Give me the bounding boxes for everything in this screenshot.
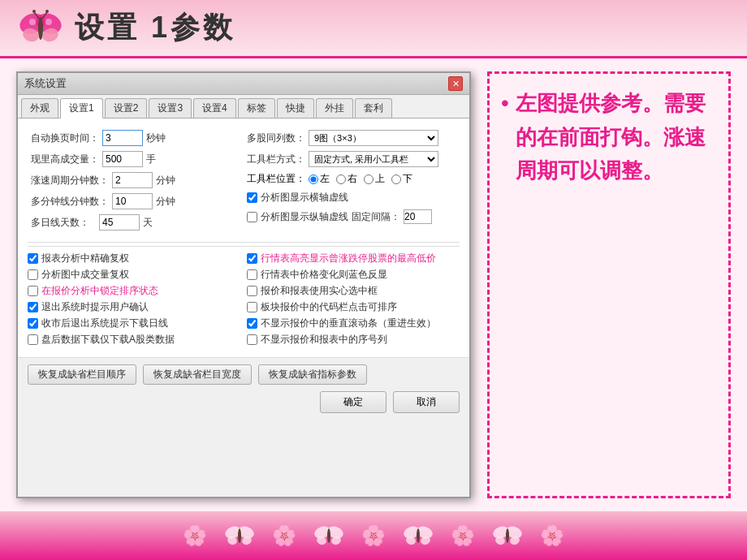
fixed-interval-group: 固定间隔： <box>352 209 432 224</box>
svg-point-4 <box>38 17 43 40</box>
toolbar-pos-right[interactable]: 右 <box>336 172 357 186</box>
multi-min-unit: 分钟 <box>156 195 175 209</box>
board-sort-checkbox[interactable] <box>247 302 257 312</box>
checkboxes-section: 报表分析中精确复权 分析图中成交量复权 在报价分析中锁定排序状态 退出系统时提示… <box>28 246 460 349</box>
svg-point-8 <box>45 10 49 13</box>
dialog-body: 自动换页时间： 秒钟 现里高成交量： 手 涨速周期分钟数： 分钟 <box>18 118 469 357</box>
footer-flower-1: 🌸 <box>183 524 207 547</box>
multi-stock-row: 多股同列数： 9图（3×3） 4图（2×2） 16图（4×4） <box>247 130 456 146</box>
v-axis-checkbox-label[interactable]: 分析图显示纵轴虚线 <box>247 210 348 224</box>
toolbar-pos-down[interactable]: 下 <box>391 172 412 186</box>
toolbar-mode-label: 工具栏方式： <box>247 153 305 166</box>
footer-butterfly-2 <box>313 521 345 550</box>
solid-select-checkbox[interactable] <box>247 286 257 296</box>
footer-butterfly-3 <box>402 521 434 550</box>
footer-decoration: 🌸 🌸 🌸 🌸 <box>183 521 564 550</box>
multi-stock-label: 多股同列数： <box>247 131 305 145</box>
checkbox-solid-select: 报价和报表使用实心选中框 <box>247 284 460 298</box>
toolbar-pos-radio-group: 左 右 上 下 <box>309 172 412 186</box>
toolbar-mode-row: 工具栏方式： 固定方式, 采用小工具栏 浮动方式, 采用大工具栏 <box>247 151 456 167</box>
svg-point-10 <box>45 19 52 25</box>
restore-column-order-button[interactable]: 恢复成缺省栏目顺序 <box>28 364 136 385</box>
multi-min-row: 多分钟线分钟数： 分钟 <box>31 193 240 209</box>
no-vscroll-checkbox[interactable] <box>247 318 257 329</box>
toolbar-pos-row: 工具栏位置： 左 右 上 下 <box>247 172 456 186</box>
tab-shortcut[interactable]: 快捷 <box>277 98 314 118</box>
auto-switch-input[interactable] <box>102 130 143 146</box>
toolbar-mode-select[interactable]: 固定方式, 采用小工具栏 浮动方式, 采用大工具栏 <box>309 151 438 167</box>
auto-switch-label: 自动换页时间： <box>31 131 99 145</box>
dialog-close-button[interactable]: ✕ <box>448 76 463 91</box>
main-content: 系统设置 ✕ 外观 设置1 设置2 设置3 设置4 标签 快捷 外挂 套利 自动… <box>0 58 747 511</box>
multi-day-input[interactable] <box>99 214 140 230</box>
checkbox-blue-price-change: 行情表中价格变化则蓝色反显 <box>247 268 460 282</box>
footer-flower-4: 🌸 <box>451 524 475 547</box>
tab-appearance[interactable]: 外观 <box>21 98 58 118</box>
footer-flower-2: 🌸 <box>272 524 296 547</box>
v-axis-checkbox[interactable] <box>247 212 257 222</box>
svg-point-20 <box>327 528 330 543</box>
checkbox-no-seqnum: 不显示报价和报表中的序号列 <box>247 333 460 347</box>
cancel-button[interactable]: 取消 <box>393 391 460 413</box>
blue-price-checkbox[interactable] <box>247 269 257 280</box>
annotation-text: 左图提供参考。需要的在前面打钩。涨速周期可以调整。 <box>516 87 717 188</box>
footer-butterfly-4 <box>491 521 524 550</box>
right-checkboxes: 行情表高亮显示曾涨跌停股票的最高低价 行情表中价格变化则蓝色反显 报价和报表使用… <box>247 252 460 349</box>
tab-bar: 外观 设置1 设置2 设置3 设置4 标签 快捷 外挂 套利 <box>18 95 469 118</box>
h-axis-row: 分析图显示横轴虚线 <box>247 191 456 205</box>
left-checkboxes: 报表分析中精确复权 分析图中成交量复权 在报价分析中锁定排序状态 退出系统时提示… <box>28 252 240 349</box>
checkbox-board-sort: 板块报价中的代码栏点击可排序 <box>247 300 460 314</box>
tab-settings4[interactable]: 设置4 <box>193 98 236 118</box>
exit-confirm-checkbox[interactable] <box>28 302 38 312</box>
page-title: 设置 1参数 <box>75 8 235 48</box>
butterfly-logo <box>16 6 65 51</box>
multi-day-unit: 天 <box>143 216 153 230</box>
restore-buttons: 恢复成缺省栏目顺序 恢复成缺省栏目宽度 恢复成缺省指标参数 <box>28 364 460 385</box>
multi-min-input[interactable] <box>112 193 153 209</box>
svg-point-9 <box>29 19 36 25</box>
confirm-button[interactable]: 确定 <box>320 391 386 413</box>
toolbar-pos-up[interactable]: 上 <box>364 172 385 186</box>
highlight-limit-checkbox[interactable] <box>247 253 257 264</box>
restore-column-width-button[interactable]: 恢复成缺省栏目宽度 <box>143 364 252 385</box>
tab-settings1[interactable]: 设置1 <box>60 98 103 118</box>
recent-high-row: 现里高成交量： 手 <box>31 151 240 167</box>
no-seqnum-checkbox[interactable] <box>247 334 257 345</box>
toolbar-pos-label: 工具栏位置： <box>247 172 305 186</box>
bullet-dot: • <box>501 87 509 188</box>
after-market-checkbox[interactable] <box>28 334 38 345</box>
checkbox-chart-rights: 分析图中成交量复权 <box>28 268 240 282</box>
checkbox-precise-rights: 报表分析中精确复权 <box>28 252 240 265</box>
dialog-title: 系统设置 <box>24 76 67 91</box>
v-axis-row: 分析图显示纵轴虚线 固定间隔： <box>247 209 456 224</box>
tab-plugin[interactable]: 外挂 <box>316 98 353 118</box>
dialog-bottom: 恢复成缺省栏目顺序 恢复成缺省栏目宽度 恢复成缺省指标参数 确定 取消 <box>18 357 469 420</box>
precise-rights-checkbox[interactable] <box>28 253 38 264</box>
restore-indicator-params-button[interactable]: 恢复成缺省指标参数 <box>258 364 367 385</box>
tab-settings3[interactable]: 设置3 <box>149 98 192 118</box>
annotation-box: • 左图提供参考。需要的在前面打钩。涨速周期可以调整。 <box>487 71 731 498</box>
recent-high-input[interactable] <box>102 151 143 167</box>
h-axis-checkbox-label[interactable]: 分析图显示横轴虚线 <box>247 191 348 205</box>
tab-settings2[interactable]: 设置2 <box>105 98 148 118</box>
tab-label[interactable]: 标签 <box>238 98 275 118</box>
multi-stock-select[interactable]: 9图（3×3） 4图（2×2） 16图（4×4） <box>309 130 438 146</box>
svg-point-30 <box>506 528 509 543</box>
h-axis-checkbox[interactable] <box>247 192 257 203</box>
checkbox-no-vscroll: 不显示报价中的垂直滚动条（重进生效） <box>247 317 460 330</box>
footer-flower-5: 🌸 <box>540 524 564 547</box>
dialog-titlebar: 系统设置 ✕ <box>18 73 469 95</box>
multi-min-label: 多分钟线分钟数： <box>31 195 109 209</box>
rise-period-input[interactable] <box>112 172 153 188</box>
tab-arbitrage[interactable]: 套利 <box>355 98 392 118</box>
system-settings-dialog: 系统设置 ✕ 外观 设置1 设置2 设置3 设置4 标签 快捷 外挂 套利 自动… <box>16 71 471 498</box>
lock-sort-checkbox[interactable] <box>28 286 38 296</box>
rise-period-label: 涨速周期分钟数： <box>31 174 109 187</box>
horizontal-divider <box>28 242 460 243</box>
rise-period-unit: 分钟 <box>156 174 175 187</box>
chart-rights-checkbox[interactable] <box>28 269 38 280</box>
toolbar-pos-left[interactable]: 左 <box>309 172 330 186</box>
checkbox-lock-sort: 在报价分析中锁定排序状态 <box>28 284 240 298</box>
fixed-interval-input[interactable] <box>404 209 432 224</box>
close-market-checkbox[interactable] <box>28 318 38 329</box>
